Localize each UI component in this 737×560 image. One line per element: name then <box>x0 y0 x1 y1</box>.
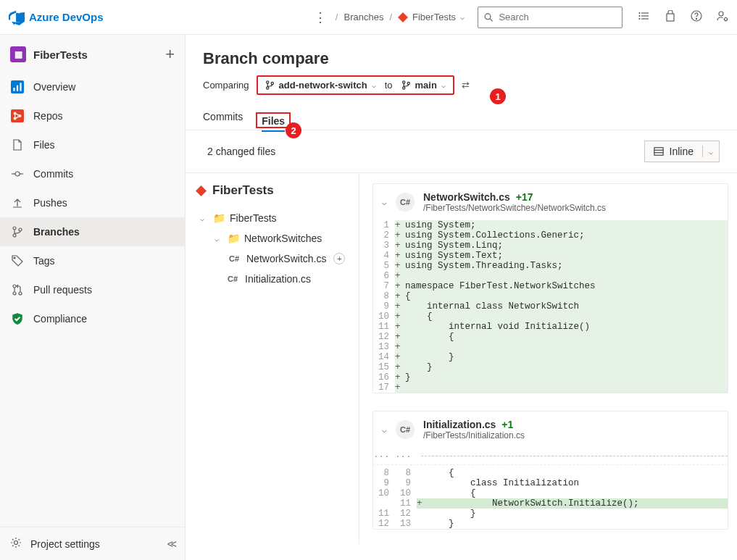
collapse-sidebar-icon[interactable]: << <box>167 538 175 550</box>
page-title: Branch compare <box>203 49 720 68</box>
svg-point-29 <box>13 292 16 295</box>
diff-view-mode: Inline ⌵ <box>644 141 720 162</box>
tree-folder[interactable]: ⌵ 📁 FiberTests <box>193 208 351 228</box>
svg-point-12 <box>725 18 728 21</box>
to-branch-selector[interactable]: main ⌵ <box>401 80 446 91</box>
svg-point-34 <box>271 82 273 84</box>
svg-point-21 <box>15 172 20 176</box>
tree-folder[interactable]: ⌵ 📁 NetworkSwitches <box>193 228 351 248</box>
search-input[interactable] <box>499 12 616 22</box>
diff-line: 3+using System.Linq; <box>373 241 728 251</box>
chevron-down-icon[interactable]: ⌵ <box>382 425 387 435</box>
chevron-down-icon: ⌵ <box>372 81 376 89</box>
project-switcher[interactable]: ▦ FiberTests + <box>0 35 185 72</box>
top-bar: Azure DevOps ⋮ / Branches / FiberTests ⌵ <box>0 0 737 35</box>
tab-files[interactable]: Files <box>262 115 285 131</box>
folder-icon: 📁 <box>228 233 240 244</box>
shopping-bag-icon[interactable] <box>665 10 676 24</box>
nav-tags[interactable]: Tags <box>0 246 185 275</box>
nav-files[interactable]: Files <box>0 130 185 159</box>
svg-point-31 <box>14 541 18 545</box>
svg-point-0 <box>485 13 491 19</box>
breadcrumb-project[interactable]: FiberTests ⌵ <box>398 12 465 22</box>
svg-point-37 <box>407 82 409 84</box>
nav-compliance-label: Compliance <box>33 313 87 325</box>
to-label: to <box>385 80 393 91</box>
nav-branches-label: Branches <box>33 226 80 238</box>
svg-point-18 <box>14 112 17 115</box>
diff-line: 16+} <box>373 372 728 383</box>
branch-icon <box>401 80 411 90</box>
add-project-icon[interactable]: + <box>165 45 175 64</box>
more-icon[interactable]: ⋮ <box>314 9 327 25</box>
nav-overview[interactable]: Overview <box>0 72 185 101</box>
csharp-file-icon: C# <box>396 420 415 439</box>
swap-branches-icon[interactable]: ⇄ <box>462 80 470 91</box>
files-tab-highlight: Files <box>256 112 291 128</box>
svg-point-7 <box>639 19 640 20</box>
nav-files-label: Files <box>33 139 55 151</box>
nav-project-settings[interactable]: Project settings << <box>0 527 185 560</box>
breadcrumb-branches[interactable]: Branches <box>343 12 383 22</box>
diff-view-mode-dropdown[interactable]: ⌵ <box>703 148 719 156</box>
nav-compliance[interactable]: Compliance <box>0 304 185 333</box>
compare-tabs: Commits Files 2 <box>203 111 720 130</box>
search-box[interactable] <box>478 7 623 28</box>
comparing-label: Comparing <box>203 80 249 91</box>
active-tab-underline <box>262 130 285 132</box>
diff-file-title: NetworkSwitch.cs <box>423 191 510 203</box>
svg-point-6 <box>639 16 640 17</box>
nav-repos[interactable]: Repos <box>0 101 185 130</box>
repo-icon <box>398 12 408 22</box>
tab-commits[interactable]: Commits <box>203 111 243 130</box>
chevron-down-icon[interactable]: ⌵ <box>382 198 387 207</box>
compare-row: Comparing add-network-switch ⌵ to main ⌵… <box>203 75 720 95</box>
tree-file[interactable]: C# NetworkSwitch.cs + <box>193 248 351 269</box>
nav-commits[interactable]: Commits <box>0 159 185 188</box>
chevron-down-icon: ⌵ <box>441 81 446 89</box>
file-tree: FiberTests ⌵ 📁 FiberTests ⌵ 📁 NetworkSwi… <box>186 173 359 544</box>
nav-pull-requests[interactable]: Pull requests <box>0 275 185 304</box>
diff-line: 10+ { <box>373 312 728 322</box>
from-branch-selector[interactable]: add-network-switch ⌵ <box>265 80 376 91</box>
diff-line: 11+ internal void Initialize() <box>373 322 728 332</box>
brand-text: Azure DevOps <box>29 11 104 23</box>
tree-root-label: FiberTests <box>212 183 274 198</box>
diff-view-mode-button[interactable]: Inline <box>645 146 703 157</box>
folder-icon: 📁 <box>213 212 225 224</box>
compliance-icon <box>10 312 25 325</box>
diff-line: 13+ <box>373 342 728 352</box>
tree-file[interactable]: C# Initialization.cs <box>193 269 351 289</box>
diff-line: 88 { <box>373 468 728 478</box>
svg-point-33 <box>266 87 268 89</box>
tree-file-label: NetworkSwitch.cs <box>246 253 326 264</box>
svg-rect-17 <box>11 109 24 122</box>
nav-settings-label: Project settings <box>30 538 100 550</box>
svg-line-1 <box>490 18 492 20</box>
diff-line: 1+using System; <box>373 220 728 230</box>
diff-line: 7+namespace FiberTest.NetworkSwitches <box>373 281 728 291</box>
diff-additions-count: +1 <box>501 419 513 430</box>
tree-root[interactable]: FiberTests <box>193 183 351 208</box>
diff-file-header[interactable]: ⌵ C# NetworkSwitch.cs +17 /FiberTests/Ne… <box>373 184 728 220</box>
pushes-icon <box>10 197 25 209</box>
svg-point-30 <box>19 292 22 295</box>
diff-file-header[interactable]: ⌵ C# Initialization.cs +1 /FiberTests/In… <box>373 411 728 448</box>
brand-logo[interactable]: Azure DevOps <box>9 9 104 25</box>
commits-icon <box>10 168 25 180</box>
breadcrumb-separator: / <box>389 12 392 22</box>
diff-view-mode-label: Inline <box>670 146 694 157</box>
tree-folder-label: NetworkSwitches <box>244 233 322 244</box>
nav-pushes[interactable]: Pushes <box>0 188 185 217</box>
svg-point-32 <box>266 81 268 83</box>
svg-point-11 <box>719 12 723 16</box>
diff-pane: ⌵ C# NetworkSwitch.cs +17 /FiberTests/Ne… <box>359 173 737 544</box>
nav-branches[interactable]: Branches <box>0 217 185 246</box>
branch-icon <box>265 80 275 90</box>
user-settings-icon[interactable] <box>717 10 728 24</box>
help-icon[interactable] <box>691 10 702 24</box>
diff-file-card: ⌵ C# NetworkSwitch.cs +17 /FiberTests/Ne… <box>372 183 728 393</box>
branches-icon <box>10 226 25 238</box>
nav-pushes-label: Pushes <box>33 197 67 209</box>
list-icon[interactable] <box>638 10 650 24</box>
